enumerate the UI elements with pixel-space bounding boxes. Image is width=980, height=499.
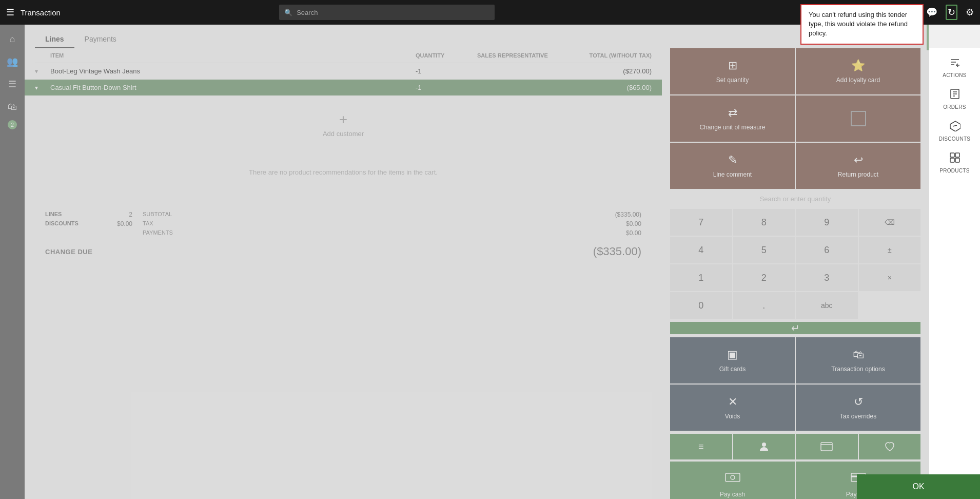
actions-sidebar: ACTIONS ORDERS DISCOUNTS bbox=[929, 48, 980, 499]
pay-small-3[interactable] bbox=[796, 434, 858, 459]
actions-label: ACTIONS bbox=[943, 72, 967, 78]
svg-point-0 bbox=[762, 443, 766, 447]
change-due-row: CHANGE DUE ($335.00) bbox=[35, 241, 652, 262]
tax-label: TAX bbox=[143, 220, 605, 227]
ok-label: OK bbox=[912, 482, 924, 491]
change-due-label: CHANGE DUE bbox=[45, 248, 92, 256]
add-loyalty-card-button[interactable]: ⭐ Add loyalty card bbox=[796, 48, 920, 94]
numpad-dot[interactable]: . bbox=[733, 292, 795, 319]
sidebar-orders-item[interactable]: ORDERS bbox=[933, 84, 976, 114]
numpad-enter-button[interactable]: ↵ bbox=[670, 322, 920, 334]
pay-small-2[interactable] bbox=[733, 434, 795, 459]
top-nav-right: 💬 ↻ ⚙ bbox=[926, 5, 974, 20]
chevron-icon-selected: ▾ bbox=[35, 84, 50, 91]
payments-value: $0.00 bbox=[615, 229, 641, 237]
subtotal-value: ($335.00) bbox=[615, 211, 641, 218]
numpad-2[interactable]: 2 bbox=[733, 264, 795, 291]
actions-icon bbox=[949, 56, 961, 70]
item-qty: -1 bbox=[416, 67, 477, 75]
numpad-3[interactable]: 3 bbox=[796, 264, 858, 291]
products-icon bbox=[949, 152, 961, 166]
numpad-plusminus[interactable]: ± bbox=[859, 237, 921, 263]
action-btn-4[interactable] bbox=[796, 95, 920, 142]
ok-button[interactable]: OK bbox=[857, 474, 980, 499]
item-total: ($270.00) bbox=[570, 67, 652, 75]
pay-small-1[interactable]: ≡ bbox=[670, 434, 732, 459]
return-product-button[interactable]: ↩ Return product bbox=[796, 143, 920, 189]
numpad-0[interactable]: 0 bbox=[670, 292, 732, 319]
numpad-8[interactable]: 8 bbox=[733, 209, 795, 236]
lines-value: 2 bbox=[117, 211, 132, 218]
tab-lines[interactable]: Lines bbox=[35, 31, 74, 48]
svg-rect-3 bbox=[726, 473, 740, 482]
numpad-abc[interactable]: abc bbox=[796, 292, 858, 319]
numpad-1[interactable]: 1 bbox=[670, 264, 732, 291]
numpad-6[interactable]: 6 bbox=[796, 237, 858, 263]
numpad-4[interactable]: 4 bbox=[670, 237, 732, 263]
chat-icon[interactable]: 💬 bbox=[926, 7, 937, 18]
empty-state-message: There are no product recommendations for… bbox=[249, 168, 438, 176]
sidebar-bag-icon[interactable]: 🛍 bbox=[2, 97, 23, 117]
content-area: Lines Payments ITEM QUANTITY SALES REPRE… bbox=[25, 25, 980, 499]
hamburger-icon[interactable]: ☰ bbox=[6, 7, 14, 18]
add-customer-label: Add customer bbox=[323, 130, 364, 138]
table-header: ITEM QUANTITY SALES REPRESENTATIVE TOTAL… bbox=[35, 48, 652, 63]
search-bar[interactable]: 🔍 Search bbox=[279, 5, 495, 20]
app-title: Transaction bbox=[21, 8, 61, 17]
numpad-7[interactable]: 7 bbox=[670, 209, 732, 236]
sidebar-products-item[interactable]: PRODUCTS bbox=[933, 148, 976, 178]
add-loyalty-icon: ⭐ bbox=[851, 59, 865, 72]
numpad: 7 8 9 ⌫ 4 5 6 ± 1 2 3 × 0 . abc bbox=[662, 207, 929, 321]
sidebar-discounts-item[interactable]: DISCOUNTS bbox=[933, 116, 976, 146]
action-buttons-top: ⊞ Set quantity ⭐ Add loyalty card ⇄ Chan… bbox=[662, 48, 929, 191]
svg-point-4 bbox=[731, 475, 735, 479]
set-quantity-button[interactable]: ⊞ Set quantity bbox=[670, 48, 795, 94]
pay-cash-button[interactable]: Pay cash bbox=[670, 462, 795, 499]
transaction-content: ITEM QUANTITY SALES REPRESENTATIVE TOTAL… bbox=[25, 48, 980, 499]
line-comment-icon: ✎ bbox=[728, 153, 737, 167]
sidebar-people-icon[interactable]: 👥 bbox=[2, 51, 23, 72]
line-comment-label: Line comment bbox=[713, 171, 752, 178]
svg-rect-1 bbox=[821, 443, 832, 451]
pay-small-4[interactable] bbox=[859, 434, 921, 459]
sidebar-home-icon[interactable]: ⌂ bbox=[2, 29, 23, 49]
return-product-label: Return product bbox=[838, 171, 878, 178]
voids-button[interactable]: ✕ Voids bbox=[670, 385, 795, 431]
tax-overrides-label: Tax overrides bbox=[840, 413, 876, 420]
numpad-5[interactable]: 5 bbox=[733, 237, 795, 263]
sidebar-badge: 2 bbox=[8, 120, 17, 129]
item-name: Boot-Leg Vintage Wash Jeans bbox=[50, 67, 416, 75]
transaction-options-label: Transaction options bbox=[831, 366, 885, 373]
numpad-backspace[interactable]: ⌫ bbox=[859, 209, 921, 236]
set-quantity-label: Set quantity bbox=[716, 76, 749, 84]
gift-cards-button[interactable]: ▣ Gift cards bbox=[670, 337, 795, 383]
add-loyalty-label: Add loyalty card bbox=[836, 76, 880, 84]
discounts-label: DISCOUNTS bbox=[939, 136, 971, 142]
transaction-options-icon: 🛍 bbox=[853, 348, 864, 361]
change-unit-button[interactable]: ⇄ Change unit of measure bbox=[670, 95, 795, 142]
numpad-multiply[interactable]: × bbox=[859, 264, 921, 291]
table-row-selected[interactable]: ▾ Casual Fit Button-Down Shirt -1 ($65.0… bbox=[25, 80, 662, 96]
sidebar-menu-icon[interactable]: ☰ bbox=[2, 74, 23, 94]
add-customer-button[interactable]: + Add customer bbox=[323, 111, 364, 138]
set-quantity-icon: ⊞ bbox=[728, 59, 737, 72]
return-product-icon: ↩ bbox=[854, 153, 863, 167]
tax-overrides-icon: ↺ bbox=[854, 395, 863, 409]
transaction-options-button[interactable]: 🛍 Transaction options bbox=[796, 337, 920, 383]
empty-state: There are no product recommendations for… bbox=[35, 148, 652, 197]
numpad-9[interactable]: 9 bbox=[796, 209, 858, 236]
tab-payments[interactable]: Payments bbox=[74, 31, 127, 48]
subtotal-label: SUBTOTAL bbox=[143, 211, 605, 218]
items-panel: ITEM QUANTITY SALES REPRESENTATIVE TOTAL… bbox=[25, 48, 662, 499]
settings-icon[interactable]: ⚙ bbox=[966, 7, 974, 18]
svg-rect-14 bbox=[950, 158, 954, 162]
refresh-icon[interactable]: ↻ bbox=[946, 5, 957, 20]
sidebar-actions-item[interactable]: ACTIONS bbox=[933, 52, 976, 82]
svg-line-11 bbox=[953, 125, 957, 126]
table-row[interactable]: ▾ Boot-Leg Vintage Wash Jeans -1 ($270.0… bbox=[35, 63, 652, 80]
col-rep: SALES REPRESENTATIVE bbox=[477, 52, 570, 59]
gift-cards-label: Gift cards bbox=[719, 366, 746, 373]
tax-overrides-button[interactable]: ↺ Tax overrides bbox=[796, 385, 920, 431]
tax-value: $0.00 bbox=[615, 220, 641, 227]
line-comment-button[interactable]: ✎ Line comment bbox=[670, 143, 795, 189]
